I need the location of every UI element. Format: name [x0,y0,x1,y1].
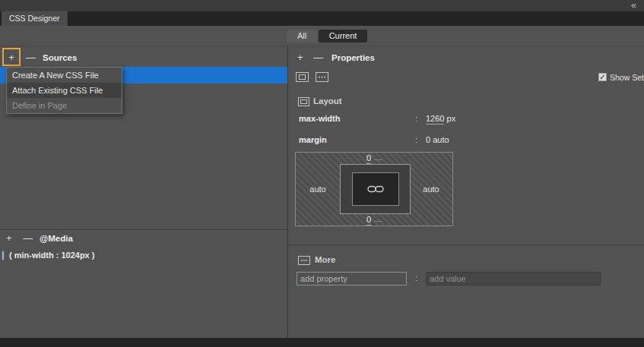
menu-item-attach-existing-css[interactable]: Attach Existing CSS File [7,83,122,98]
more-section-title: More [315,255,335,264]
margin-label: margin [299,135,327,144]
margin-left-value[interactable]: auto [309,185,325,194]
layout-section-icon [298,97,309,106]
properties-title: Properties [332,53,375,62]
add-media-button[interactable]: + [6,232,12,244]
menu-item-create-new-css[interactable]: Create A New CSS File [7,68,122,83]
max-width-value[interactable]: 1260 px [426,114,455,123]
margin-top-dashes: --- [373,154,382,163]
remove-source-button[interactable]: — [26,52,36,63]
margin-box-diagram: 0 --- auto auto 0 --- [295,152,453,226]
remove-media-button[interactable]: — [23,232,33,244]
max-width-label: max-width [299,114,340,123]
more-section-icon [298,256,310,265]
add-property-button[interactable]: + [297,52,303,63]
add-source-button[interactable]: + [8,52,14,63]
margin-right-control[interactable]: auto [410,164,452,214]
show-set-checkbox[interactable]: ✓ [598,73,607,81]
check-icon: ✓ [599,73,605,81]
layout-category-icon[interactable] [296,72,309,82]
panel-tab-strip: CSS Designer [0,11,644,26]
margin-left-control[interactable]: auto [296,164,340,214]
add-property-input[interactable] [297,272,407,285]
max-width-unit[interactable]: px [447,114,456,123]
margin-top-control[interactable]: 0 --- [296,153,452,164]
max-width-colon: : [415,114,417,123]
margin-colon: : [415,135,417,144]
more-section-separator [288,244,644,245]
margin-box-center [340,164,411,214]
toolbar-separator [0,46,644,46]
all-button[interactable]: All [287,30,317,43]
margin-value[interactable]: 0 auto [426,135,449,144]
menu-item-define-in-page: Define in Page [7,98,122,113]
more-category-icon[interactable] [316,72,328,82]
media-title: @Media [40,234,73,243]
margin-bottom-value[interactable]: 0 [366,215,371,226]
margin-top-value[interactable]: 0 [366,153,371,164]
collapse-panels-icon[interactable]: « [631,0,636,11]
margin-bottom-dashes: --- [373,216,382,225]
media-query-row[interactable]: ( min-width : 1024px ) [0,249,287,263]
margin-bottom-control[interactable]: 0 --- [296,214,452,226]
margin-link-toggle[interactable] [352,172,399,206]
more-colon: : [415,273,417,282]
sources-title: Sources [43,53,77,62]
margin-right-value[interactable]: auto [423,185,439,194]
show-set-label: Show Set [610,73,644,82]
panel-dock-bar: « [0,0,644,11]
media-indicator-icon [2,251,5,260]
media-section-separator [0,229,287,230]
add-value-input[interactable] [426,272,601,285]
layout-section-title: Layout [313,96,342,106]
add-source-menu: Create A New CSS File Attach Existing CS… [6,67,122,114]
max-width-number[interactable]: 1260 [426,114,444,125]
status-bar [0,338,644,347]
css-designer-panel: « CSS Designer All Current + — Sources C… [0,0,644,347]
annotation-highlight-box: + [2,48,21,66]
tab-css-designer[interactable]: CSS Designer [2,11,68,26]
panel-divider [287,46,288,338]
current-button[interactable]: Current [319,30,367,43]
media-query-label: ( min-width : 1024px ) [9,251,94,260]
remove-property-button[interactable]: — [313,52,323,63]
link-icon [367,185,384,194]
